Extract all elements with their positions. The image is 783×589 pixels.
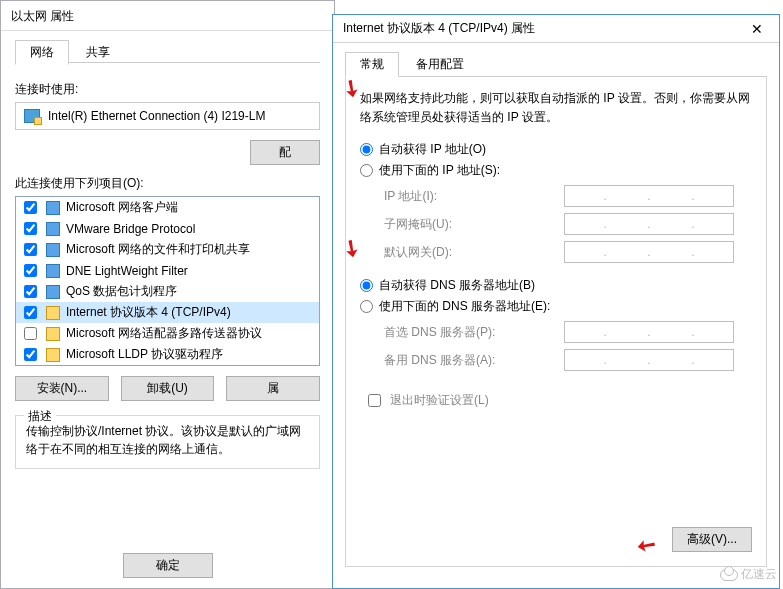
uninstall-button[interactable]: 卸载(U) [121, 376, 215, 401]
protocol-list[interactable]: Microsoft 网络客户端 VMware Bridge Protocol M… [15, 196, 320, 366]
radio-ip-auto[interactable] [360, 143, 373, 156]
install-button[interactable]: 安装(N)... [15, 376, 109, 401]
description-fieldset: 描述 传输控制协议/Internet 协议。该协议是默认的广域网络于在不同的相互… [15, 415, 320, 469]
items-label: 此连接使用下列项目(O): [15, 175, 320, 192]
gateway-label: 默认网关(D): [384, 244, 564, 261]
subnet-label: 子网掩码(U): [384, 216, 564, 233]
list-item[interactable]: Microsoft 网络客户端 [16, 197, 319, 218]
list-item[interactable]: DNE LightWeight Filter [16, 260, 319, 281]
validate-checkbox[interactable] [368, 394, 381, 407]
watermark-text: 亿速云 [741, 566, 777, 583]
dns-pref-field[interactable]: ... [564, 321, 734, 343]
ethernet-title: 以太网 属性 [1, 1, 334, 31]
radio-label: 自动获得 DNS 服务器地址(B) [379, 277, 535, 294]
radio-label: 使用下面的 IP 地址(S): [379, 162, 500, 179]
tab-alternate[interactable]: 备用配置 [401, 52, 479, 76]
service-icon [46, 285, 60, 299]
watermark: 亿速云 [720, 566, 777, 583]
description-text: 传输控制协议/Internet 协议。该协议是默认的广域网络于在不同的相互连接的… [26, 422, 309, 458]
service-icon [46, 243, 60, 257]
cloud-icon [720, 569, 738, 581]
ipv4-properties-dialog: Internet 协议版本 4 (TCP/IPv4) 属性 ✕ 常规 备用配置 … [332, 14, 780, 589]
protocol-icon [46, 327, 60, 341]
annotation-arrow-icon: ➘ [336, 232, 366, 264]
list-item[interactable]: Internet 协议版本 4 (TCP/IPv4) [16, 302, 319, 323]
description-legend: 描述 [24, 408, 56, 425]
dns-pref-label: 首选 DNS 服务器(P): [384, 324, 564, 341]
nic-icon [24, 109, 40, 123]
tab-general[interactable]: 常规 [345, 52, 399, 77]
subnet-field[interactable]: ... [564, 213, 734, 235]
list-item[interactable]: VMware Bridge Protocol [16, 218, 319, 239]
client-icon [46, 201, 60, 215]
radio-dns-auto[interactable] [360, 279, 373, 292]
tab-network[interactable]: 网络 [15, 40, 69, 65]
item-checkbox[interactable] [24, 327, 37, 340]
ethernet-properties-dialog: 以太网 属性 网络 共享 连接时使用: Intel(R) Ethernet Co… [0, 0, 335, 589]
annotation-arrow-icon: ➘ [631, 530, 663, 560]
adapter-name: Intel(R) Ethernet Connection (4) I219-LM [48, 109, 265, 123]
advanced-button[interactable]: 高级(V)... [672, 527, 752, 552]
tab-share[interactable]: 共享 [71, 40, 125, 64]
item-label: Internet 协议版本 4 (TCP/IPv4) [66, 304, 231, 321]
info-text: 如果网络支持此功能，则可以获取自动指派的 IP 设置。否则，你需要从网络系统管理… [360, 89, 752, 127]
item-checkbox[interactable] [24, 285, 37, 298]
item-label: Microsoft LLDP 协议驱动程序 [66, 346, 223, 363]
item-label: VMware Bridge Protocol [66, 222, 195, 236]
item-checkbox[interactable] [24, 222, 37, 235]
back-tabs: 网络 共享 [15, 39, 320, 63]
item-label: Microsoft 网络适配器多路传送器协议 [66, 325, 262, 342]
ipv4-title: Internet 协议版本 4 (TCP/IPv4) 属性 [343, 20, 535, 37]
list-item[interactable]: Microsoft 网络的文件和打印机共享 [16, 239, 319, 260]
item-label: DNE LightWeight Filter [66, 264, 188, 278]
configure-button[interactable]: 配 [250, 140, 320, 165]
item-checkbox[interactable] [24, 348, 37, 361]
item-checkbox[interactable] [24, 243, 37, 256]
radio-label: 自动获得 IP 地址(O) [379, 141, 486, 158]
dns-alt-field[interactable]: ... [564, 349, 734, 371]
item-checkbox[interactable] [24, 201, 37, 214]
properties-button[interactable]: 属 [226, 376, 320, 401]
protocol-icon [46, 348, 60, 362]
gateway-field[interactable]: ... [564, 241, 734, 263]
item-label: Microsoft 网络的文件和打印机共享 [66, 241, 250, 258]
item-label: QoS 数据包计划程序 [66, 283, 177, 300]
service-icon [46, 222, 60, 236]
validate-label: 退出时验证设置(L) [390, 392, 489, 409]
ip-address-field[interactable]: ... [564, 185, 734, 207]
item-checkbox[interactable] [24, 306, 37, 319]
service-icon [46, 264, 60, 278]
list-item[interactable]: Microsoft 网络适配器多路传送器协议 [16, 323, 319, 344]
radio-ip-manual[interactable] [360, 164, 373, 177]
front-tabs: 常规 备用配置 [345, 51, 767, 77]
list-item[interactable]: Microsoft LLDP 协议驱动程序 [16, 344, 319, 365]
radio-label: 使用下面的 DNS 服务器地址(E): [379, 298, 550, 315]
dns-alt-label: 备用 DNS 服务器(A): [384, 352, 564, 369]
close-icon[interactable]: ✕ [745, 21, 769, 37]
item-label: Microsoft 网络客户端 [66, 199, 178, 216]
ip-address-label: IP 地址(I): [384, 188, 564, 205]
ok-button[interactable]: 确定 [123, 553, 213, 578]
item-checkbox[interactable] [24, 264, 37, 277]
list-item[interactable]: QoS 数据包计划程序 [16, 281, 319, 302]
connect-using-label: 连接时使用: [15, 81, 320, 98]
protocol-icon [46, 306, 60, 320]
radio-dns-manual[interactable] [360, 300, 373, 313]
adapter-box: Intel(R) Ethernet Connection (4) I219-LM [15, 102, 320, 130]
